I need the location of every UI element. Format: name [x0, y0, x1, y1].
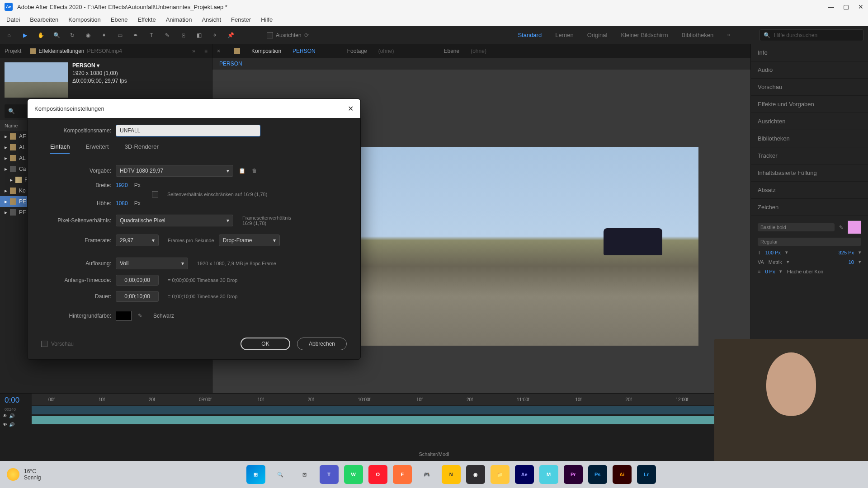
premiere-icon[interactable]: Pr — [564, 465, 583, 484]
width-input[interactable]: 1920 — [116, 182, 128, 188]
bg-color-swatch[interactable] — [116, 311, 132, 321]
clone-tool-icon[interactable]: ⎘ — [179, 31, 188, 40]
asset-name[interactable]: PERSON ▾ — [72, 62, 127, 69]
font-dropdown[interactable]: Bastile bold — [758, 223, 835, 231]
audio-icon[interactable]: 🔊 — [9, 422, 14, 427]
menu-bearbeiten[interactable]: Bearbeiten — [25, 14, 63, 25]
workspace-standard[interactable]: Standard — [518, 32, 542, 38]
anchor-tool-icon[interactable]: ✦ — [99, 31, 108, 40]
maximize-button[interactable]: ▢ — [843, 3, 849, 10]
dropframe-dropdown[interactable]: Drop-Frame▾ — [219, 235, 280, 246]
menu-effekte[interactable]: Effekte — [133, 14, 160, 25]
comp-tab-label[interactable]: Komposition — [251, 48, 281, 54]
pen-tool-icon[interactable]: ✒ — [131, 31, 140, 40]
panel-bibliotheken[interactable]: Bibliotheken — [751, 130, 868, 147]
eyedropper-icon[interactable]: ✎ — [136, 312, 144, 320]
help-search[interactable]: 🔍 Hilfe durchsuchen — [760, 29, 863, 41]
visibility-icon[interactable]: 👁 — [3, 422, 7, 427]
comp-tab-name[interactable]: PERSON — [292, 48, 316, 54]
align-checkbox[interactable] — [267, 32, 273, 38]
teams-icon[interactable]: T — [320, 465, 339, 484]
opera-icon[interactable]: O — [368, 465, 387, 484]
panel-vorschau[interactable]: Vorschau — [751, 79, 868, 96]
comp-name-input[interactable] — [116, 125, 260, 136]
selection-tool-icon[interactable]: ▶ — [20, 31, 29, 40]
start-tc-input[interactable]: 0;00;00;00 — [116, 275, 159, 286]
obs-icon[interactable]: ◉ — [466, 465, 485, 484]
workspace-lernen[interactable]: Lernen — [555, 32, 573, 38]
ok-button[interactable]: OK — [241, 338, 290, 350]
home-icon[interactable]: ⌂ — [5, 31, 14, 40]
visibility-icon[interactable]: 👁 — [3, 413, 7, 418]
eyedropper-icon[interactable]: ✎ — [839, 225, 843, 230]
cancel-button[interactable]: Abbrechen — [297, 338, 347, 350]
panel-tracker[interactable]: Tracker — [751, 147, 868, 164]
camera-tool-icon[interactable]: ◉ — [84, 31, 93, 40]
whatsapp-icon[interactable]: W — [344, 465, 363, 484]
eraser-tool-icon[interactable]: ◧ — [194, 31, 203, 40]
zoom-tool-icon[interactable]: 🔍 — [52, 31, 61, 40]
panel-fuellung[interactable]: Inhaltsbasierte Füllung — [751, 164, 868, 182]
menu-animation[interactable]: Animation — [161, 14, 197, 25]
aspect-lock-checkbox[interactable] — [152, 191, 158, 197]
comp-breadcrumb[interactable]: PERSON — [212, 58, 750, 70]
fill-color-swatch[interactable] — [848, 221, 861, 234]
illustrator-icon[interactable]: Ai — [613, 465, 632, 484]
search-button[interactable]: 🔍 — [271, 465, 290, 484]
panel-ausrichten[interactable]: Ausrichten — [751, 113, 868, 130]
lightroom-icon[interactable]: Lr — [637, 465, 656, 484]
tab-3d-renderer[interactable]: 3D-Renderer — [125, 143, 159, 154]
roto-tool-icon[interactable]: ✧ — [210, 31, 219, 40]
after-effects-icon[interactable]: Ae — [515, 465, 534, 484]
delete-preset-icon[interactable]: 🗑 — [250, 167, 259, 175]
firefox-icon[interactable]: F — [393, 465, 412, 484]
text-tool-icon[interactable]: T — [147, 31, 156, 40]
style-dropdown[interactable]: Regular — [758, 238, 861, 246]
weather-widget[interactable]: 16°C Sonnig — [7, 468, 41, 481]
framerate-dropdown[interactable]: 29,97▾ — [116, 235, 159, 246]
panel-absatz[interactable]: Absatz — [751, 182, 868, 199]
resolution-dropdown[interactable]: Voll▾ — [116, 258, 188, 269]
task-view-button[interactable]: ⊡ — [295, 465, 314, 484]
shape-tool-icon[interactable]: ▭ — [115, 31, 124, 40]
panel-audio[interactable]: Audio — [751, 61, 868, 79]
leading[interactable]: 325 Px — [839, 250, 854, 255]
tab-effects[interactable]: Effekteinstellungen — [38, 48, 84, 54]
photoshop-icon[interactable]: Ps — [588, 465, 607, 484]
kerning-dropdown[interactable]: Metrik — [769, 259, 782, 265]
tracking-value[interactable]: 10 — [849, 259, 854, 265]
audio-icon[interactable]: 🔊 — [9, 413, 14, 418]
start-button[interactable]: ⊞ — [246, 465, 265, 484]
panel-info[interactable]: Info — [751, 44, 868, 61]
menu-ansicht[interactable]: Ansicht — [197, 14, 226, 25]
stroke-width[interactable]: 0 Px — [765, 269, 775, 274]
comp-tab-close[interactable]: × — [217, 48, 220, 54]
panel-effekte[interactable]: Effekte und Vorgaben — [751, 96, 868, 113]
menu-komposition[interactable]: Komposition — [64, 14, 105, 25]
layer-tab[interactable]: Ebene — [443, 48, 459, 54]
close-button[interactable]: ✕ — [858, 3, 863, 10]
puppet-tool-icon[interactable]: 📌 — [226, 31, 235, 40]
height-input[interactable]: 1080 — [116, 200, 128, 206]
minimize-button[interactable]: — — [828, 3, 834, 10]
save-preset-icon[interactable]: 📋 — [238, 167, 246, 175]
preview-checkbox[interactable] — [41, 341, 47, 347]
preset-dropdown[interactable]: HDTV 1080 29,97▾ — [116, 165, 233, 177]
pixel-aspect-dropdown[interactable]: Quadratische Pixel▾ — [116, 215, 233, 226]
tab-einfach[interactable]: Einfach — [50, 143, 70, 154]
panel-zeichen[interactable]: Zeichen — [751, 199, 868, 216]
app-icon[interactable]: 🎮 — [417, 465, 436, 484]
menu-datei[interactable]: Datei — [2, 14, 24, 25]
menu-ebene[interactable]: Ebene — [106, 14, 132, 25]
footage-tab[interactable]: Footage — [347, 48, 367, 54]
tab-erweitert[interactable]: Erweitert — [85, 143, 108, 154]
explorer-icon[interactable]: 📁 — [491, 465, 509, 484]
duration-input[interactable]: 0;00;10;00 — [116, 291, 159, 302]
workspace-kleiner[interactable]: Kleiner Bildschirm — [621, 32, 668, 38]
brush-tool-icon[interactable]: ✎ — [163, 31, 172, 40]
menu-hilfe[interactable]: Hilfe — [256, 14, 277, 25]
dialog-close-button[interactable]: ✕ — [348, 104, 354, 113]
font-size[interactable]: 100 Px — [765, 250, 781, 255]
menu-fenster[interactable]: Fenster — [226, 14, 255, 25]
app-icon[interactable]: M — [539, 465, 558, 484]
